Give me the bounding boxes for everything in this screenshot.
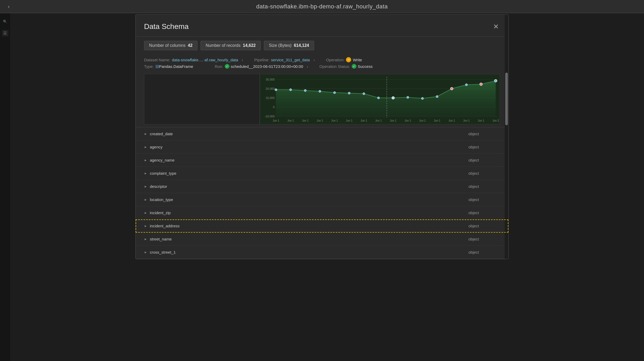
top-bar: ‹ data-snowflake.ibm-bp-demo-af.raw_hour… [0, 0, 644, 13]
svg-text:Jun 1: Jun 1 [375, 119, 382, 122]
svg-text:Jun 1: Jun 1 [273, 119, 279, 122]
svg-text:Jun 1: Jun 1 [346, 119, 352, 122]
column-type: object [468, 171, 500, 176]
svg-text:Jun 1: Jun 1 [405, 119, 411, 122]
svg-text:0: 0 [273, 106, 275, 109]
table-row[interactable]: ► agency object [136, 141, 508, 154]
column-type: object [468, 210, 500, 215]
expand-icon: ► [144, 172, 147, 175]
pipeline-label: Pipeline: [254, 58, 270, 62]
expand-icon: ► [144, 211, 147, 215]
size-label: Size (Bytes) [269, 43, 292, 48]
column-type: object [468, 145, 500, 149]
dataset-arrow: › [242, 58, 243, 62]
svg-point-24 [451, 87, 453, 90]
svg-point-26 [480, 83, 482, 86]
svg-text:20,000: 20,000 [266, 87, 275, 90]
back-button[interactable]: ‹ [8, 3, 10, 9]
meta-sep-3 [198, 64, 212, 69]
svg-point-17 [348, 92, 350, 94]
size-value: 614,124 [294, 43, 309, 48]
svg-text:Jun 1: Jun 1 [448, 119, 455, 122]
top-bar-title: data-snowflake.ibm-bp-demo-af.raw_hourly… [256, 3, 388, 10]
columns-value: 42 [188, 43, 193, 48]
column-type: object [468, 184, 500, 189]
svg-text:Jun 1: Jun 1 [434, 119, 440, 122]
expand-icon: ► [144, 132, 147, 136]
schema-table: ► created_date object ► agency object ► … [136, 127, 508, 259]
column-type: object [468, 132, 500, 136]
column-name: descriptor [150, 184, 468, 189]
svg-point-23 [436, 96, 438, 98]
op-status-label: Operation Status: [319, 64, 350, 69]
expand-icon: ► [144, 237, 147, 241]
table-row[interactable]: ► cross_street_1 object [136, 246, 508, 259]
column-name: complaint_type [150, 171, 468, 176]
column-name: cross_street_1 [150, 250, 468, 254]
chart-right: 30,000 20,000 10,000 0 -10,000 [260, 74, 500, 124]
run-label: Run: [215, 64, 223, 69]
records-value: 14,622 [243, 43, 256, 48]
chart-columns: 30,000 20,000 10,000 0 -10,000 [136, 74, 508, 127]
table-row[interactable]: ► complaint_type object [136, 167, 508, 180]
table-row[interactable]: ► incident_zip object [136, 206, 508, 219]
table-row[interactable]: ► created_date object [136, 127, 508, 141]
table-row[interactable]: ► descriptor object [136, 180, 508, 193]
expand-icon: ► [144, 198, 147, 202]
op-status-icon: ✓ [352, 64, 356, 69]
table-row[interactable]: ► location_type object [136, 193, 508, 206]
svg-point-27 [494, 79, 497, 82]
meta-sep-1 [247, 58, 252, 62]
svg-point-19 [377, 97, 380, 99]
column-name: incident_address [150, 224, 468, 228]
svg-text:30,000: 30,000 [266, 78, 275, 81]
column-type: object [468, 250, 500, 254]
records-label: Number of records [206, 43, 241, 48]
type-value: Pandas.DataFrame [159, 64, 193, 69]
column-name: agency [150, 145, 468, 149]
columns-label: Number of columns [149, 43, 186, 48]
table-row[interactable]: ► agency_name object [136, 154, 508, 167]
svg-text:Jun 1: Jun 1 [478, 119, 484, 122]
table-row[interactable]: ► street_name object [136, 233, 508, 246]
data-schema-modal: Data Schema ✕ Number of columns 42 Numbe… [135, 14, 509, 259]
expand-icon: ► [144, 145, 147, 149]
table-row-incident-address[interactable]: ► incident_address object [136, 219, 508, 233]
scrollbar-thumb[interactable] [505, 73, 508, 125]
dataset-value: data-snowflake.…·af.raw_hourly_data [172, 58, 238, 62]
svg-point-14 [304, 89, 306, 92]
svg-text:-10,000: -10,000 [265, 115, 275, 118]
svg-text:10,000: 10,000 [266, 96, 275, 99]
dataset-label: Dataset Name: [144, 58, 170, 62]
column-name: agency_name [150, 158, 468, 162]
meta-sep-4 [312, 64, 317, 69]
svg-point-20 [392, 97, 395, 99]
column-name: location_type [150, 197, 468, 202]
svg-point-13 [289, 89, 292, 91]
close-button[interactable]: ✕ [492, 22, 500, 31]
svg-point-15 [319, 90, 321, 92]
meta-row-2: Type: ▤ Pandas.DataFrame Run: ✓ schedule… [144, 64, 500, 69]
svg-text:Jun 1: Jun 1 [287, 119, 294, 122]
svg-point-25 [465, 84, 467, 86]
type-label: Type: [144, 64, 154, 69]
meta-row-1: Dataset Name: data-snowflake.…·af.raw_ho… [144, 57, 500, 62]
run-status-icon: ✓ [225, 64, 229, 69]
column-type: object [468, 224, 500, 228]
svg-text:Jun 1: Jun 1 [419, 119, 426, 122]
svg-point-12 [275, 89, 277, 91]
svg-text:Jun 1: Jun 1 [331, 119, 338, 122]
column-name: created_date [150, 132, 468, 136]
run-value: scheduled__2023-06-01T23:00:00+00:00 [231, 64, 303, 69]
svg-text:Jun 2: Jun 2 [492, 119, 499, 122]
expand-icon: ► [144, 185, 147, 188]
records-stat: Number of records 14,622 [201, 41, 260, 50]
pipeline-arrow: › [314, 58, 315, 62]
svg-text:Jun 1: Jun 1 [463, 119, 470, 122]
stats-row: Number of columns 42 Number of records 1… [136, 37, 508, 54]
meta-sep-2 [319, 58, 324, 62]
operation-icon: ↩ [346, 57, 351, 62]
column-type: object [468, 237, 500, 241]
chart-svg: 30,000 20,000 10,000 0 -10,000 [260, 74, 500, 124]
svg-point-18 [363, 93, 365, 95]
